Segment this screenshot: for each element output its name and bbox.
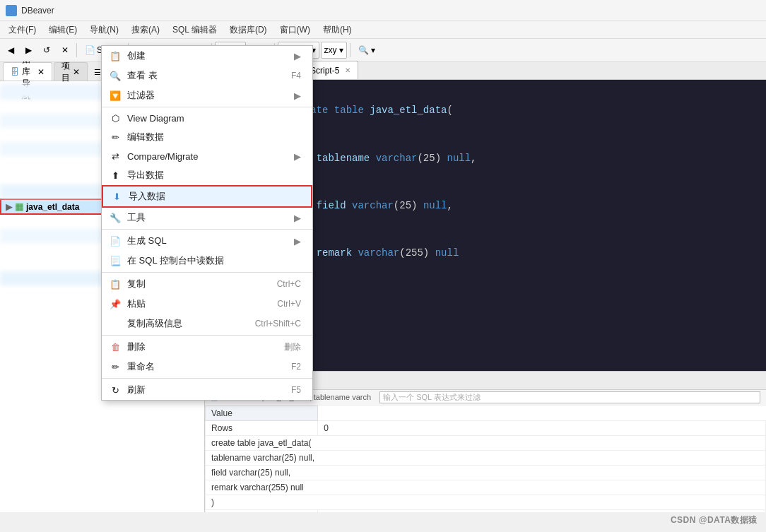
sidebar-table-label: java_etl_data — [26, 202, 79, 212]
toolbar-search[interactable]: 🔍 ▾ — [353, 42, 380, 59]
menu-sql-editor[interactable]: SQL 编辑器 — [167, 23, 223, 37]
view-table-icon: 🔍 — [109, 69, 122, 82]
ctx-edit-data-label: 编辑数据 — [127, 131, 164, 143]
compare-arrow: ▶ — [294, 151, 301, 162]
sidebar-tab-project-label: 项目 — [61, 61, 70, 84]
menu-edit[interactable]: 编辑(E) — [43, 23, 83, 37]
ctx-export-label: 导出数据 — [127, 169, 164, 182]
row-key: Rows — [206, 421, 318, 436]
db-icon: 🗄 — [11, 67, 19, 77]
sidebar-tab-project-close[interactable]: ✕ — [73, 67, 80, 77]
rename-shortcut: F2 — [291, 362, 301, 372]
refresh-shortcut: F5 — [291, 385, 301, 395]
table-row: Rows 0 — [206, 421, 766, 436]
rename-icon: ✏ — [109, 360, 122, 373]
gen-sql-arrow: ▶ — [294, 236, 301, 247]
ctx-paste-label: 粘贴 — [127, 297, 146, 310]
menu-file[interactable]: 文件(F) — [3, 23, 42, 37]
ctx-export[interactable]: ⬆ 导出数据 — [102, 165, 312, 185]
ctx-rename[interactable]: ✏ 重命名 F2 — [102, 357, 312, 377]
tools-arrow: ▶ — [294, 213, 301, 223]
edit-data-icon: ✏ — [109, 131, 122, 143]
ctx-gen-sql-label: 生成 SQL — [127, 235, 167, 247]
ctx-paste[interactable]: 📌 粘贴 Ctrl+V — [102, 294, 312, 314]
delete-icon: 🗑 — [109, 341, 122, 353]
ctx-filter[interactable]: 🔽 过滤器 ▶ — [102, 85, 312, 105]
copy-shortcut: Ctrl+C — [277, 279, 301, 289]
ctx-copy[interactable]: 📋 复制 Ctrl+C — [102, 274, 312, 294]
sql-icon: 📄 — [85, 45, 95, 55]
ctx-tools[interactable]: 🔧 工具 ▶ — [102, 208, 312, 227]
menu-help[interactable]: 帮助(H) — [317, 23, 358, 37]
toolbar-back[interactable]: ◀ — [3, 42, 19, 59]
ctx-view-diagram[interactable]: ⬡ View Diagram — [102, 109, 312, 127]
ctx-delete-label: 删除 — [127, 341, 146, 353]
copy-icon: 📋 — [109, 278, 122, 290]
menu-nav[interactable]: 导航(N) — [84, 23, 124, 37]
table-row: create table java_etl_data( — [206, 436, 766, 451]
view-table-shortcut: F4 — [291, 71, 301, 81]
view-diagram-icon: ⬡ — [109, 112, 122, 124]
read-data-icon: 📃 — [109, 254, 122, 267]
editor-tab-close[interactable]: ✕ — [345, 66, 350, 74]
sql-filter-input[interactable]: 输入一个 SQL 表达式来过滤 — [379, 391, 760, 403]
ctx-view-table-label: 查看 表 — [127, 69, 158, 82]
menu-bar: 文件(F) 编辑(E) 导航(N) 搜索(A) SQL 编辑器 数据库(D) 窗… — [0, 21, 766, 39]
export-icon: ⬆ — [109, 169, 122, 182]
ctx-refresh[interactable]: ↻ 刷新 F5 — [102, 380, 312, 400]
gen-sql-icon: 📄 — [109, 235, 122, 247]
ctx-create[interactable]: 📋 创建 ▶ — [102, 46, 312, 66]
sidebar-tab-db[interactable]: 🗄 数据库导航 ✕ — [3, 62, 52, 81]
ctx-tools-label: 工具 — [127, 211, 146, 224]
schema-dropdown[interactable]: zxy ▾ — [321, 42, 347, 59]
row-value: field varchar(25) null, — [206, 466, 766, 480]
toolbar-stop[interactable]: ✕ — [57, 42, 73, 59]
sep5 — [350, 43, 350, 57]
copy-advanced-icon — [109, 317, 122, 330]
table-row: ) — [206, 495, 766, 510]
import-icon: ⬇ — [110, 190, 123, 203]
title-text: DBeaver — [21, 6, 54, 16]
ctx-gen-sql[interactable]: 📄 生成 SQL ▶ — [102, 231, 312, 251]
ctx-copy-advanced-label: 复制高级信息 — [127, 317, 182, 330]
ctx-compare[interactable]: ⇄ Compare/Migrate ▶ — [102, 147, 312, 165]
row-value: 0 — [318, 421, 766, 436]
ctx-refresh-label: 刷新 — [127, 384, 146, 396]
result-table: Value Rows 0 create table java_etl_data( — [205, 406, 766, 512]
sep2 — [102, 229, 312, 230]
refresh-icon: ↻ — [109, 384, 122, 396]
sep4 — [102, 335, 312, 336]
ctx-delete[interactable]: 🗑 删除 删除 — [102, 337, 312, 357]
sep5 — [102, 378, 312, 379]
paste-icon: 📌 — [109, 297, 122, 310]
filter-arrow: ▶ — [294, 90, 301, 101]
row-value: tablename varchar(25) null, — [206, 451, 766, 466]
table-row: remark varchar(255) null — [206, 480, 766, 495]
expand-arrow: ▶ — [6, 202, 12, 212]
menu-window[interactable]: 窗口(W) — [274, 23, 316, 37]
ctx-edit-data[interactable]: ✏ 编辑数据 — [102, 127, 312, 147]
ctx-copy-label: 复制 — [127, 278, 146, 290]
table-row: ne Sun Sep 04 17:27:57 CST 2022 — [206, 510, 766, 513]
ctx-import[interactable]: ⬇ 导入数据 — [102, 185, 312, 208]
ctx-rename-label: 重命名 — [127, 360, 155, 373]
sidebar-tab-project[interactable]: 项目 ✕ — [54, 62, 88, 81]
sidebar-tab-db-label: 数据库导航 — [22, 61, 35, 102]
sidebar-tab-db-close[interactable]: ✕ — [37, 67, 45, 77]
create-arrow: ▶ — [294, 51, 301, 61]
ctx-view-table[interactable]: 🔍 查看 表 F4 — [102, 66, 312, 85]
menu-database[interactable]: 数据库(D) — [224, 23, 273, 37]
toolbar-fwd[interactable]: ▶ — [20, 42, 37, 59]
delete-shortcut: 删除 — [284, 341, 301, 353]
paste-shortcut: Ctrl+V — [277, 299, 301, 309]
toolbar-refresh[interactable]: ↺ — [38, 42, 55, 59]
watermark: CSDN @DATA数据猿 — [671, 514, 758, 526]
ctx-read-data[interactable]: 📃 在 SQL 控制台中读数据 — [102, 251, 312, 271]
context-menu: 📋 创建 ▶ 🔍 查看 表 F4 🔽 过滤器 ▶ ⬡ View Diagram … — [101, 45, 313, 401]
sep3 — [102, 272, 312, 273]
menu-search[interactable]: 搜索(A) — [126, 23, 165, 37]
ctx-read-data-label: 在 SQL 控制台中读数据 — [127, 254, 224, 267]
copy-advanced-shortcut: Ctrl+Shift+C — [255, 319, 301, 329]
filter-icon: 🔽 — [109, 89, 122, 102]
ctx-copy-advanced[interactable]: 复制高级信息 Ctrl+Shift+C — [102, 314, 312, 333]
